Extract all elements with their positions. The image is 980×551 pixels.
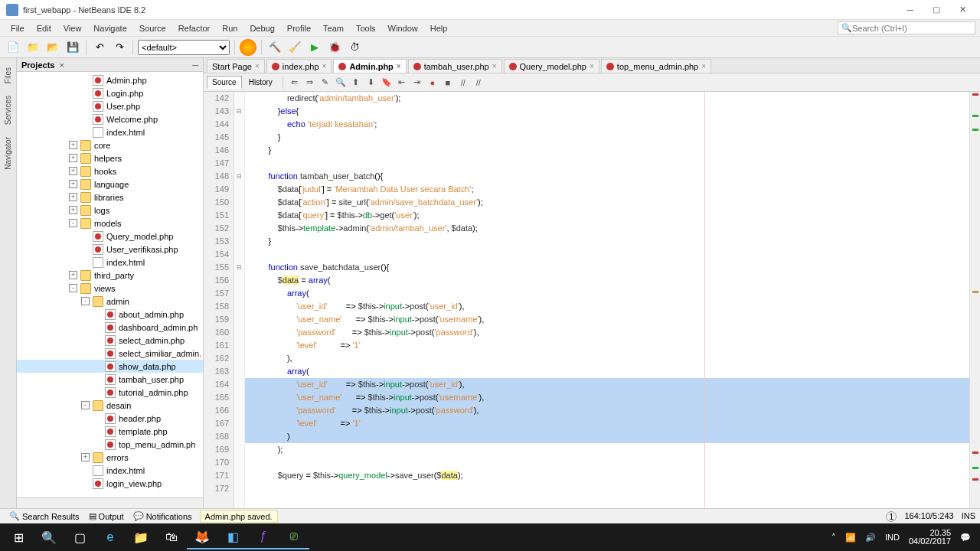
project-tree[interactable]: Admin.phpLogin.phpUser.phpWelcome.phpind… [17, 72, 203, 497]
menu-tools[interactable]: Tools [350, 21, 382, 35]
tray-up[interactable]: ˄ [831, 533, 836, 543]
tree-item[interactable]: top_menu_admin.ph [17, 438, 203, 451]
editor-tab[interactable]: top_menu_admin.php× [601, 59, 711, 73]
tree-item[interactable]: template.php [17, 425, 203, 438]
build-button[interactable]: 🔨 [266, 39, 283, 56]
source-view[interactable]: Source [207, 76, 242, 89]
tree-item[interactable]: tutorial_admin.php [17, 386, 203, 399]
menu-window[interactable]: Window [382, 21, 424, 35]
tree-item[interactable]: +hooks [17, 165, 203, 178]
shift-left[interactable]: ⇤ [395, 76, 409, 90]
comment[interactable]: // [456, 76, 470, 90]
notifications-tab[interactable]: 💬 Notifications [129, 511, 197, 521]
menu-file[interactable]: File [5, 21, 31, 35]
tree-item[interactable]: User_verifikasi.php [17, 243, 203, 256]
menu-edit[interactable]: Edit [31, 21, 57, 35]
close-button[interactable]: ✕ [951, 2, 974, 18]
editor-tab[interactable]: Query_model.php× [504, 59, 599, 73]
undo-button[interactable]: ↶ [91, 39, 108, 56]
menu-view[interactable]: View [57, 21, 88, 35]
nav-back[interactable]: ⇐ [288, 76, 302, 90]
nav-fwd[interactable]: ⇒ [303, 76, 317, 90]
search-results-tab[interactable]: 🔍 Search Results [5, 511, 84, 521]
lang-indicator[interactable]: IND [885, 533, 900, 542]
files-tab[interactable]: Files [4, 61, 12, 90]
menu-navigate[interactable]: Navigate [87, 21, 132, 35]
tree-item[interactable]: -views [17, 282, 203, 295]
edge-icon[interactable]: e [95, 525, 126, 549]
editor-tab[interactable]: tambah_user.php× [408, 59, 502, 73]
menu-source[interactable]: Source [133, 21, 172, 35]
volume-icon[interactable]: 🔊 [865, 533, 876, 543]
debug-button[interactable]: 🐞 [326, 39, 343, 56]
tree-item[interactable]: tambah_user.php [17, 373, 203, 386]
tree-item[interactable]: dashboard_admin.ph [17, 321, 203, 334]
search-button[interactable]: 🔍 [34, 525, 64, 549]
tree-item[interactable]: User.php [17, 99, 203, 112]
tree-item[interactable]: +core [17, 139, 203, 152]
maximize-button[interactable]: ▢ [925, 2, 948, 18]
editor-tab[interactable]: index.php× [266, 59, 332, 73]
tree-item[interactable]: select_admin.php [17, 334, 203, 347]
tree-item[interactable]: +third_party [17, 269, 203, 282]
tree-item[interactable]: Admin.php [17, 73, 203, 86]
toggle-bookmark[interactable]: 🔖 [380, 76, 394, 90]
tree-item[interactable]: +logs [17, 204, 203, 217]
network-icon[interactable]: 📶 [845, 533, 856, 543]
clean-build-button[interactable]: 🧹 [286, 39, 303, 56]
app-icon-2[interactable]: ƒ [248, 525, 279, 549]
start-button[interactable]: ⊞ [3, 525, 34, 549]
explorer-icon[interactable]: 📁 [126, 525, 156, 549]
menu-help[interactable]: Help [424, 21, 454, 35]
projects-close[interactable]: × [59, 60, 64, 70]
tree-hscroll[interactable] [17, 497, 203, 508]
last-edit[interactable]: ✎ [318, 76, 332, 90]
projects-minimize[interactable]: ─ [192, 60, 198, 70]
new-file-button[interactable]: 📄 [5, 39, 21, 56]
notification-badge[interactable]: 1 [886, 511, 897, 522]
profile-button[interactable]: ⏱ [346, 39, 363, 56]
save-all-button[interactable]: 💾 [64, 39, 81, 56]
fold-gutter[interactable]: ⊟⊟⊟ [234, 92, 245, 508]
tree-item[interactable]: index.html [17, 464, 203, 477]
line-gutter[interactable]: 1421431441451461471481491501511521531541… [204, 92, 234, 508]
tree-item[interactable]: Welcome.php [17, 112, 203, 126]
camtasia-icon[interactable]: ⎚ [279, 525, 309, 549]
tree-item[interactable]: index.html [17, 256, 203, 269]
open-button[interactable]: 📂 [44, 39, 61, 56]
tree-item[interactable]: -models [17, 217, 203, 230]
tree-item[interactable]: -desain [17, 399, 203, 412]
shift-right[interactable]: ⇥ [410, 76, 424, 90]
history-view[interactable]: History [243, 76, 278, 89]
menu-profile[interactable]: Profile [281, 21, 317, 35]
firefox-icon[interactable]: 🦊 [187, 525, 217, 549]
tree-item[interactable]: header.php [17, 412, 203, 425]
action-center[interactable]: 💬 [960, 533, 971, 543]
store-icon[interactable]: 🛍 [156, 525, 187, 549]
tree-item[interactable]: +helpers [17, 152, 203, 165]
tree-item[interactable]: Query_model.php [17, 230, 203, 243]
tree-item[interactable]: +language [17, 178, 203, 191]
quick-search[interactable]: 🔍 [838, 21, 975, 34]
config-select[interactable]: <default> [138, 40, 230, 55]
tree-item[interactable]: show_data.php [17, 360, 203, 373]
taskview-button[interactable]: ▢ [64, 525, 95, 549]
new-project-button[interactable]: 📁 [24, 39, 41, 56]
tree-item[interactable]: -admin [17, 295, 203, 308]
overview-ruler[interactable] [969, 92, 980, 508]
tree-item[interactable]: about_admin.php [17, 308, 203, 321]
code-editor[interactable]: 1421431441451461471481491501511521531541… [204, 92, 980, 508]
tree-item[interactable]: login_view.php [17, 477, 203, 490]
macro-rec[interactable]: ● [426, 76, 439, 90]
macro-stop[interactable]: ■ [441, 76, 455, 90]
browser-icon[interactable] [240, 39, 256, 56]
minimize-button[interactable]: ─ [899, 2, 922, 18]
menu-team[interactable]: Team [317, 21, 350, 35]
system-tray[interactable]: ˄ 📶 🔊 IND 20.3504/02/2017 💬 [831, 529, 977, 546]
netbeans-icon[interactable]: ◧ [217, 525, 248, 549]
prev-bookmark[interactable]: ⬆ [349, 76, 363, 90]
tree-item[interactable]: +errors [17, 451, 203, 464]
code-lines[interactable]: redirect('admin/tambah_user'); }else{ ec… [245, 92, 969, 508]
services-tab[interactable]: Services [4, 90, 12, 131]
editor-tab[interactable]: Admin.php× [333, 59, 406, 73]
